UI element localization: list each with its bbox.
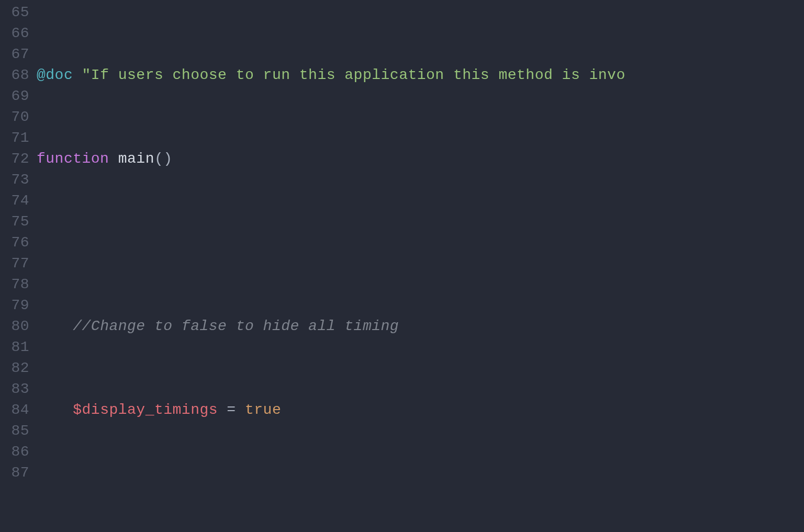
line-number: 81	[0, 337, 29, 358]
line-number: 68	[0, 65, 29, 86]
string-token: "If users choose to run this application…	[82, 67, 626, 83]
line-number: 65	[0, 2, 29, 23]
line-number: 70	[0, 107, 29, 128]
code-line[interactable]	[37, 483, 804, 504]
line-number: 67	[0, 44, 29, 65]
annotation-token: @doc	[37, 67, 73, 83]
line-number: 80	[0, 316, 29, 337]
code-line[interactable]: //Change to false to hide all timing	[37, 316, 804, 337]
boolean-token: true	[245, 402, 281, 418]
code-line[interactable]	[37, 232, 804, 253]
code-line[interactable]: function main()	[37, 149, 804, 169]
line-number: 78	[0, 274, 29, 295]
line-number-gutter: 6566676869707172737475767778798081828384…	[0, 0, 37, 532]
line-number: 72	[0, 149, 29, 169]
keyword-function: function	[37, 151, 109, 167]
line-number: 74	[0, 190, 29, 211]
line-number: 79	[0, 295, 29, 316]
line-number: 71	[0, 128, 29, 149]
line-number: 85	[0, 421, 29, 442]
line-number: 76	[0, 232, 29, 253]
line-number: 82	[0, 358, 29, 379]
function-name: main	[118, 151, 154, 167]
code-line[interactable]: @doc "If users choose to run this applic…	[37, 65, 804, 86]
line-number: 84	[0, 400, 29, 421]
line-number: 69	[0, 86, 29, 107]
line-number: 73	[0, 169, 29, 190]
line-number: 75	[0, 211, 29, 232]
line-number: 77	[0, 253, 29, 274]
variable-token: $display_timings	[73, 402, 218, 418]
line-number: 66	[0, 23, 29, 44]
comment-token: //Change to false to hide all timing	[73, 318, 399, 334]
code-area[interactable]: @doc "If users choose to run this applic…	[37, 0, 804, 532]
line-number: 83	[0, 379, 29, 400]
line-number: 87	[0, 462, 29, 483]
code-line[interactable]: $display_timings = true	[37, 400, 804, 421]
code-editor[interactable]: 6566676869707172737475767778798081828384…	[0, 0, 804, 532]
line-number: 86	[0, 442, 29, 462]
